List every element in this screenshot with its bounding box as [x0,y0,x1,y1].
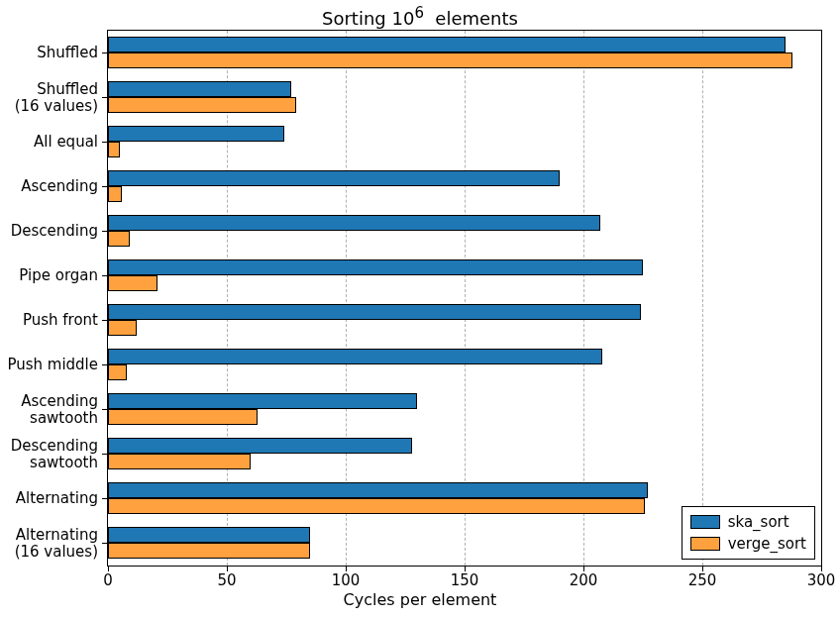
bar-verge [108,409,258,425]
x-tick-label: 300 [807,571,836,589]
x-tick-label: 150 [451,571,479,589]
bar-ska [108,170,560,186]
bar-ska [108,393,417,409]
legend-swatch-icon [690,515,720,529]
bar-verge [108,454,251,469]
x-axis-label: Cycles per element [0,590,840,609]
legend-label: ska_sort [728,513,789,531]
bar-verge [108,320,137,336]
bar-ska [108,126,284,142]
y-tick-label: Descending [11,223,108,240]
bar-ska [108,37,786,52]
plot-area: 050100150200250300ShuffledShuffled (16 v… [107,30,822,567]
bar-ska [108,482,648,498]
x-tick-label: 50 [217,571,236,589]
x-tick-label: 100 [332,571,361,589]
y-tick-label: Alternating (16 values) [15,527,108,560]
y-tick-label: Shuffled (16 values) [15,81,108,114]
bar-verge [108,498,645,514]
y-tick-label: Push middle [7,357,108,373]
bar-verge [108,231,130,247]
y-tick-label: Ascending [21,178,108,195]
x-tick-label: 200 [570,571,598,589]
bar-verge [108,142,120,157]
bar-verge [108,52,792,68]
y-tick-label: Shuffled [37,45,108,61]
legend-swatch-icon [690,537,720,551]
bar-ska [108,304,641,320]
bar-verge [108,186,122,202]
bar-verge [108,543,310,559]
bar-ska [108,259,643,275]
y-tick-label: Alternating [16,490,108,507]
chart-container: Sorting 106 elements 050100150200250300S… [0,0,840,619]
bar-ska [108,349,602,364]
bar-verge [108,275,158,291]
bar-ska [108,527,310,543]
y-tick-label: Push front [23,312,108,329]
bar-verge [108,97,296,113]
x-tick-label: 0 [103,571,113,589]
chart-title: Sorting 106 elements [0,4,840,29]
legend-label: verge_sort [728,535,806,553]
x-tick-label: 250 [688,571,717,589]
bar-ska [108,438,412,454]
y-tick-label: Pipe organ [19,267,108,284]
grid-line [702,31,703,566]
legend-entry: verge_sort [690,535,806,553]
bar-ska [108,215,600,231]
legend: ska_sortverge_sort [682,506,815,560]
bar-ska [108,81,291,97]
y-tick-label: All equal [34,134,108,151]
y-tick-label: Ascending sawtooth [21,393,108,426]
legend-entry: ska_sort [690,513,806,531]
y-tick-label: Descending sawtooth [11,438,108,470]
bar-verge [108,364,127,380]
